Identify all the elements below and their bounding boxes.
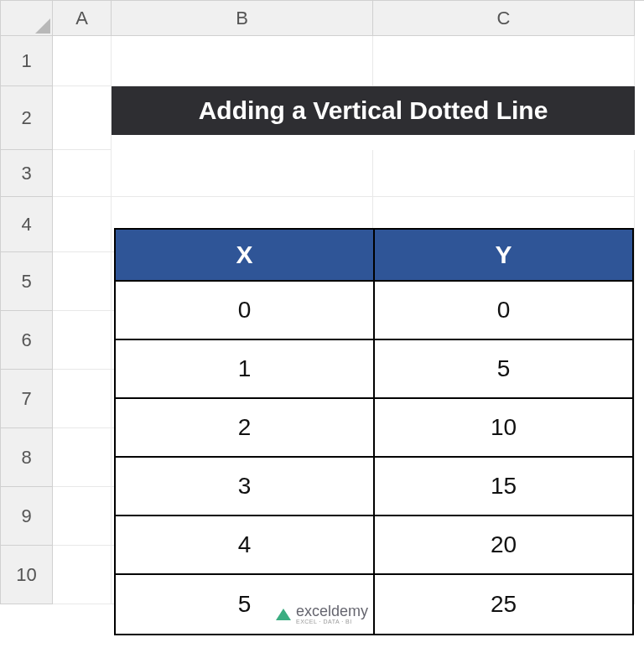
row-header-5[interactable]: 5 (1, 252, 53, 311)
cell-y[interactable]: 0 (375, 282, 632, 340)
cell-a9[interactable] (53, 487, 112, 546)
row-header-10[interactable]: 10 (1, 546, 53, 604)
row-header-2[interactable]: 2 (1, 86, 53, 150)
col-header-c[interactable]: C (373, 1, 635, 36)
table-row: 4 20 (116, 516, 632, 575)
cell-c1[interactable] (373, 36, 635, 86)
col-header-a[interactable]: A (53, 1, 112, 36)
cell-y[interactable]: 25 (375, 575, 632, 634)
cell-x[interactable]: 0 (116, 282, 375, 340)
table-row: 1 5 (116, 340, 632, 399)
table-row: 3 15 (116, 458, 632, 516)
cell-b3[interactable] (112, 150, 373, 197)
cell-a1[interactable] (53, 36, 112, 86)
brand-name: exceldemy (296, 604, 368, 619)
cell-a10[interactable] (53, 546, 112, 604)
brand-tagline: EXCEL · DATA · BI (296, 619, 368, 624)
cell-y[interactable]: 20 (375, 516, 632, 575)
table-row: 2 10 (116, 399, 632, 458)
cell-a4[interactable] (53, 197, 112, 252)
cell-x[interactable]: 1 (116, 340, 375, 399)
brand-logo-icon (276, 609, 291, 620)
cell-x[interactable]: 4 (116, 516, 375, 575)
data-table: X Y 0 0 1 5 2 10 3 15 4 20 5 25 (114, 228, 634, 635)
row-header-9[interactable]: 9 (1, 487, 53, 546)
row-header-8[interactable]: 8 (1, 428, 53, 487)
select-all-corner[interactable] (1, 1, 53, 36)
cell-a8[interactable] (53, 428, 112, 487)
header-y[interactable]: Y (375, 230, 632, 282)
row-header-3[interactable]: 3 (1, 150, 53, 197)
cell-a2[interactable] (53, 86, 112, 150)
cell-b1[interactable] (112, 36, 373, 86)
page-title: Adding a Vertical Dotted Line (112, 86, 635, 135)
cell-y[interactable]: 5 (375, 340, 632, 399)
row-header-4[interactable]: 4 (1, 197, 53, 252)
select-all-icon (35, 18, 50, 34)
cell-y[interactable]: 10 (375, 399, 632, 458)
cell-c3[interactable] (373, 150, 635, 197)
col-header-b[interactable]: B (112, 1, 373, 36)
cell-a5[interactable] (53, 252, 112, 311)
brand-text: exceldemy EXCEL · DATA · BI (296, 604, 368, 624)
table-row: 5 25 (116, 575, 632, 634)
cell-x[interactable]: 3 (116, 458, 375, 516)
cell-x[interactable]: 2 (116, 399, 375, 458)
title-cell[interactable]: Adding a Vertical Dotted Line (112, 86, 635, 150)
cell-a6[interactable] (53, 311, 112, 370)
watermark: exceldemy EXCEL · DATA · BI (276, 604, 368, 624)
header-x[interactable]: X (116, 230, 375, 282)
row-header-1[interactable]: 1 (1, 36, 53, 86)
table-row: 0 0 (116, 282, 632, 340)
row-header-7[interactable]: 7 (1, 370, 53, 428)
row-header-6[interactable]: 6 (1, 311, 53, 370)
svg-marker-0 (35, 18, 50, 34)
cell-y[interactable]: 15 (375, 458, 632, 516)
table-header-row: X Y (116, 230, 632, 282)
cell-a7[interactable] (53, 370, 112, 428)
cell-a3[interactable] (53, 150, 112, 197)
